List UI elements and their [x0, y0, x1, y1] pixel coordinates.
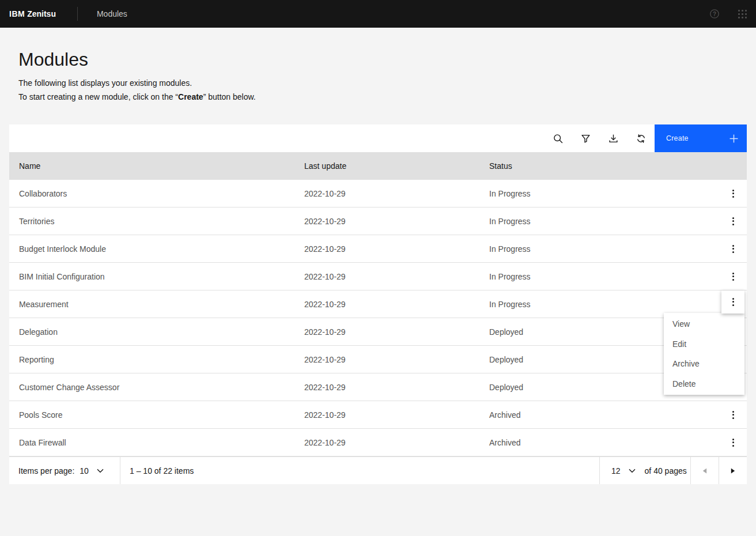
module-last-update: 2022-10-29 [295, 217, 479, 226]
overflow-menu-icon [732, 298, 734, 306]
search-icon [553, 134, 563, 144]
module-last-update: 2022-10-29 [295, 189, 479, 198]
row-overflow-button[interactable] [719, 207, 747, 235]
page-description: The following list displays your existin… [18, 76, 756, 104]
module-last-update: 2022-10-29 [295, 327, 479, 337]
module-name: Data Firewall [9, 438, 295, 447]
download-icon [608, 134, 618, 144]
column-header-last-update: Last update [295, 161, 479, 171]
module-status: In Progress [479, 272, 715, 281]
header-nav-modules[interactable]: Modules [97, 9, 127, 18]
module-last-update: 2022-10-29 [295, 383, 479, 392]
table-row-measurement: Measurement 2022-10-29 In Progress [9, 290, 747, 318]
overflow-menu-icon [732, 245, 734, 253]
pagination-bar: Items per page: 10 1 – 10 of 22 items 12… [9, 456, 747, 484]
table-row: Budget Interlock Module 2022-10-29 In Pr… [9, 235, 747, 263]
help-icon: ? [709, 9, 720, 19]
pagination-range-text: 1 – 10 of 22 items [120, 457, 599, 484]
description-create-emphasis: Create [178, 92, 203, 101]
module-last-update: 2022-10-29 [295, 300, 479, 309]
module-name: BIM Initial Configuration [9, 272, 295, 281]
page-number-value: 12 [611, 466, 621, 475]
module-name: Budget Interlock Module [9, 244, 295, 254]
module-name: Customer Change Assessor [9, 383, 295, 392]
column-header-status: Status [479, 161, 715, 171]
table-header-row: Name Last update Status [9, 152, 747, 180]
create-button-label: Create [666, 134, 689, 142]
module-last-update: 2022-10-29 [295, 244, 479, 254]
module-name: Collaborators [9, 189, 295, 198]
create-button[interactable]: Create [655, 124, 747, 152]
module-name: Delegation [9, 327, 295, 337]
plus-icon [729, 134, 738, 143]
row-overflow-button[interactable] [719, 401, 747, 429]
filter-button[interactable] [572, 124, 599, 152]
overflow-menu-icon [732, 273, 734, 281]
module-last-update: 2022-10-29 [295, 355, 479, 364]
table-row: Collaborators 2022-10-29 In Progress [9, 180, 747, 207]
overflow-menu-icon [732, 190, 734, 198]
svg-text:?: ? [713, 11, 716, 17]
help-button[interactable]: ? [701, 0, 728, 28]
module-last-update: 2022-10-29 [295, 410, 479, 420]
page-title: Modules [18, 47, 756, 71]
download-button[interactable] [599, 124, 627, 152]
page-number-select[interactable]: 12 of 40 pages [599, 457, 690, 484]
module-name: Territories [9, 217, 295, 226]
caret-right-icon [731, 468, 735, 474]
items-per-page-value: 10 [80, 466, 89, 475]
module-status: Archived [479, 438, 715, 447]
module-status: In Progress [479, 189, 715, 198]
row-overflow-button[interactable] [719, 180, 747, 207]
refresh-button[interactable] [627, 124, 655, 152]
module-last-update: 2022-10-29 [295, 438, 479, 447]
brand-logo[interactable]: IBMZenitsu [9, 9, 56, 18]
module-status: In Progress [479, 244, 715, 254]
module-name: Measurement [9, 300, 295, 309]
description-line-2-post: ” button below. [203, 92, 256, 101]
overflow-menu-item-archive[interactable]: Archive [664, 354, 744, 374]
chevron-down-icon [97, 469, 104, 473]
table-row: Delegation 2022-10-29 Deployed [9, 318, 747, 346]
app-switcher-button[interactable] [728, 0, 756, 28]
filter-icon [581, 134, 591, 144]
overflow-menu-item-view[interactable]: View [664, 314, 744, 334]
description-line-2-pre: To start creating a new module, click on… [18, 92, 178, 101]
overflow-menu-icon [732, 411, 734, 419]
module-status: In Progress [479, 300, 715, 309]
row-overflow-button[interactable] [719, 263, 747, 290]
previous-page-button[interactable] [690, 457, 719, 484]
row-overflow-button[interactable] [719, 235, 747, 263]
overflow-menu-item-edit[interactable]: Edit [664, 334, 744, 354]
items-per-page-select[interactable]: Items per page: 10 [9, 457, 120, 484]
brand-name: Zenitsu [27, 9, 56, 18]
module-last-update: 2022-10-29 [295, 272, 479, 281]
description-line-1: The following list displays your existin… [18, 78, 192, 88]
module-status: In Progress [479, 217, 715, 226]
chevron-down-icon [629, 469, 636, 473]
module-name: Reporting [9, 355, 295, 364]
modules-table-card: Create Name Last update Status Collabora… [9, 124, 747, 484]
overflow-menu-icon [732, 439, 734, 447]
pages-count-text: of 40 pages [645, 466, 687, 475]
module-status: Archived [479, 410, 715, 420]
column-header-name: Name [9, 161, 295, 171]
search-button[interactable] [544, 124, 572, 152]
header-divider [77, 7, 78, 21]
overflow-menu-item-delete[interactable]: Delete [664, 374, 744, 394]
brand-prefix: IBM [9, 9, 25, 18]
overflow-menu-icon [732, 217, 734, 225]
app-header: IBMZenitsu Modules ? [0, 0, 756, 28]
row-overflow-button-open[interactable] [721, 290, 744, 314]
column-header-actions [715, 152, 747, 180]
items-per-page-label: Items per page: [18, 466, 74, 475]
table-row: Pools Score 2022-10-29 Archived [9, 401, 747, 429]
app-switcher-icon [738, 10, 747, 18]
caret-left-icon [702, 468, 707, 474]
table-row: Data Firewall 2022-10-29 Archived [9, 429, 747, 456]
row-overflow-button[interactable] [719, 429, 747, 456]
next-page-button[interactable] [719, 457, 747, 484]
refresh-icon [636, 134, 646, 144]
module-name: Pools Score [9, 410, 295, 420]
table-row: Territories 2022-10-29 In Progress [9, 207, 747, 235]
